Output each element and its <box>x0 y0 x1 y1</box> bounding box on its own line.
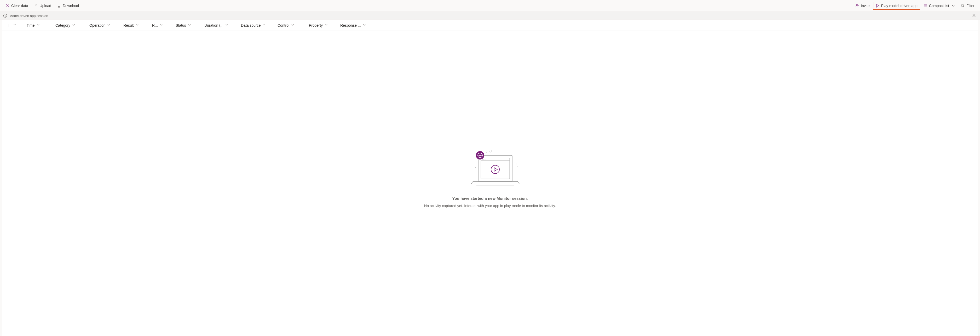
column-time-label: Time <box>27 23 35 27</box>
chevron-down-icon <box>72 23 76 27</box>
chevron-down-icon <box>363 23 366 27</box>
chevron-down-icon <box>291 23 294 27</box>
invite-label: Invite <box>861 4 869 8</box>
play-label: Play model-driven app <box>881 4 918 8</box>
svg-rect-4 <box>476 185 514 186</box>
toolbar-right-group: Invite Play model-driven app Compact lis… <box>853 2 977 10</box>
upload-button[interactable]: Upload <box>32 2 54 10</box>
column-header-property[interactable]: Property <box>306 23 337 27</box>
events-grid: I.. Time Category Operation Result R... … <box>2 20 978 336</box>
column-header-operation[interactable]: Operation <box>86 23 120 27</box>
close-session-bar-button[interactable] <box>971 13 977 19</box>
column-header-time[interactable]: Time <box>24 23 52 27</box>
list-icon <box>923 4 928 8</box>
column-datasource-label: Data source <box>241 23 261 27</box>
empty-state-subtitle: No activity captured yet. Interact with … <box>424 204 556 208</box>
chevron-down-icon <box>159 23 163 27</box>
column-response-label: Response ... <box>340 23 361 27</box>
chevron-down-icon <box>262 23 266 27</box>
session-info-bar: Model-driven app session <box>0 11 980 20</box>
column-header-status[interactable]: Status <box>172 23 201 27</box>
upload-label: Upload <box>40 4 51 8</box>
chevron-down-icon <box>952 4 955 7</box>
column-property-label: Property <box>309 23 323 27</box>
column-header-category[interactable]: Category <box>52 23 86 27</box>
grid-header-row: I.. Time Category Operation Result R... … <box>2 20 978 31</box>
column-result-label: Result <box>123 23 134 27</box>
column-category-label: Category <box>56 23 70 27</box>
column-header-data-source[interactable]: Data source <box>238 23 274 27</box>
chevron-down-icon <box>135 23 139 27</box>
chevron-down-icon <box>188 23 191 27</box>
clear-data-label: Clear data <box>11 4 28 8</box>
column-status-label: Status <box>176 23 186 27</box>
column-header-duration[interactable]: Duration (... <box>201 23 238 27</box>
chevron-down-icon <box>107 23 111 27</box>
svg-point-0 <box>856 5 858 6</box>
download-button[interactable]: Download <box>55 2 81 10</box>
download-icon <box>57 4 61 8</box>
svg-point-7 <box>482 159 483 160</box>
column-header-id[interactable]: I.. <box>5 23 24 27</box>
compact-list-button[interactable]: Compact list <box>921 2 957 10</box>
play-model-driven-app-button[interactable]: Play model-driven app <box>873 2 920 10</box>
column-header-result[interactable]: Result <box>120 23 149 27</box>
column-header-response[interactable]: Response ... <box>337 23 376 27</box>
column-header-r[interactable]: R... <box>149 23 172 27</box>
session-label: Model-driven app session <box>10 14 48 18</box>
close-icon <box>5 4 10 8</box>
column-id-label: I.. <box>8 23 11 27</box>
empty-state-title: You have started a new Monitor session. <box>452 196 528 201</box>
column-control-label: Control <box>278 23 289 27</box>
svg-point-8 <box>484 159 484 160</box>
filter-button[interactable]: Filter <box>958 2 977 10</box>
download-label: Download <box>63 4 79 8</box>
chevron-down-icon <box>13 23 17 27</box>
empty-state: You have started a new Monitor session. … <box>2 31 978 336</box>
invite-button[interactable]: Invite <box>853 2 872 10</box>
top-toolbar: Clear data Upload Download Invite Pla <box>0 0 980 11</box>
column-r-label: R... <box>152 23 158 27</box>
svg-point-9 <box>485 159 485 160</box>
svg-point-1 <box>961 5 964 7</box>
toolbar-left-group: Clear data Upload Download <box>3 2 81 10</box>
column-operation-label: Operation <box>89 23 105 27</box>
session-info-left: Model-driven app session <box>3 14 48 18</box>
chevron-down-icon <box>36 23 40 27</box>
invite-icon <box>855 4 859 8</box>
filter-label: Filter <box>966 4 975 8</box>
play-icon <box>875 4 880 8</box>
clear-data-button[interactable]: Clear data <box>3 2 30 10</box>
column-duration-label: Duration (... <box>204 23 223 27</box>
empty-state-illustration <box>456 148 524 193</box>
upload-icon <box>34 4 38 8</box>
compact-list-label: Compact list <box>929 4 949 8</box>
chevron-down-icon <box>225 23 229 27</box>
chevron-down-icon <box>324 23 328 27</box>
filter-icon <box>961 4 965 8</box>
info-icon <box>3 14 7 18</box>
column-header-control[interactable]: Control <box>274 23 306 27</box>
